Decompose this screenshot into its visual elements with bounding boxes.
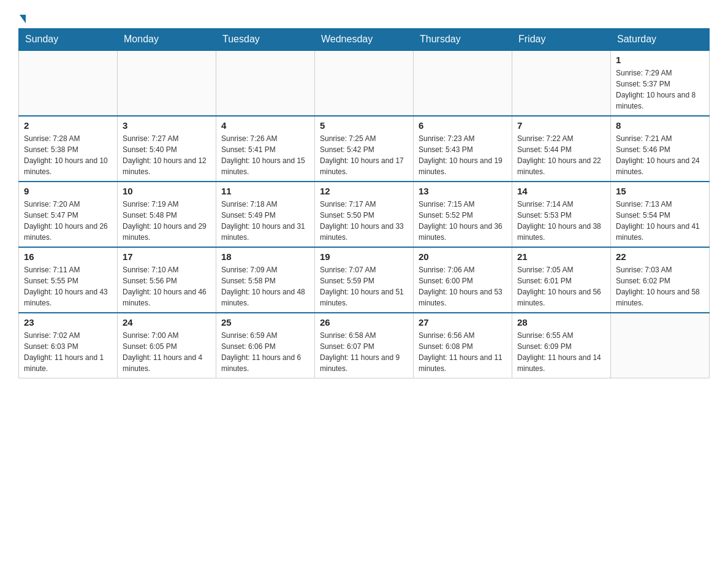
calendar-cell: [19, 50, 118, 116]
day-info: Sunrise: 7:19 AM Sunset: 5:48 PM Dayligh…: [123, 199, 211, 243]
calendar-cell: 17Sunrise: 7:10 AM Sunset: 5:56 PM Dayli…: [118, 247, 216, 313]
day-info: Sunrise: 6:56 AM Sunset: 6:08 PM Dayligh…: [419, 330, 507, 374]
day-info: Sunrise: 7:06 AM Sunset: 6:00 PM Dayligh…: [419, 264, 507, 308]
calendar-week-row: 23Sunrise: 7:02 AM Sunset: 6:03 PM Dayli…: [19, 313, 710, 378]
day-number: 19: [320, 251, 408, 262]
day-info: Sunrise: 7:03 AM Sunset: 6:02 PM Dayligh…: [616, 264, 704, 308]
day-number: 27: [419, 317, 507, 327]
day-info: Sunrise: 7:26 AM Sunset: 5:41 PM Dayligh…: [221, 133, 309, 177]
day-number: 20: [419, 251, 507, 262]
day-info: Sunrise: 6:55 AM Sunset: 6:09 PM Dayligh…: [517, 330, 605, 374]
calendar-cell: 12Sunrise: 7:17 AM Sunset: 5:50 PM Dayli…: [315, 182, 414, 247]
calendar-week-row: 2Sunrise: 7:28 AM Sunset: 5:38 PM Daylig…: [19, 116, 710, 182]
calendar-cell: 18Sunrise: 7:09 AM Sunset: 5:58 PM Dayli…: [216, 247, 315, 313]
page-header: [18, 12, 710, 22]
day-number: 12: [320, 186, 408, 196]
day-info: Sunrise: 7:13 AM Sunset: 5:54 PM Dayligh…: [616, 199, 704, 243]
day-number: 8: [616, 120, 704, 131]
calendar-cell: 2Sunrise: 7:28 AM Sunset: 5:38 PM Daylig…: [19, 116, 118, 182]
day-of-week-header: Thursday: [414, 29, 512, 51]
calendar-cell: 5Sunrise: 7:25 AM Sunset: 5:42 PM Daylig…: [315, 116, 414, 182]
day-info: Sunrise: 7:29 AM Sunset: 5:37 PM Dayligh…: [616, 67, 704, 112]
calendar-cell: 14Sunrise: 7:14 AM Sunset: 5:53 PM Dayli…: [512, 182, 611, 247]
calendar-cell: 27Sunrise: 6:56 AM Sunset: 6:08 PM Dayli…: [414, 313, 512, 378]
calendar-cell: 23Sunrise: 7:02 AM Sunset: 6:03 PM Dayli…: [19, 313, 118, 378]
day-number: 24: [123, 317, 211, 327]
calendar-cell: 25Sunrise: 6:59 AM Sunset: 6:06 PM Dayli…: [216, 313, 315, 378]
day-info: Sunrise: 7:02 AM Sunset: 6:03 PM Dayligh…: [24, 330, 112, 374]
day-number: 21: [517, 251, 605, 262]
day-number: 23: [24, 317, 112, 327]
day-info: Sunrise: 7:10 AM Sunset: 5:56 PM Dayligh…: [123, 264, 211, 308]
day-number: 6: [419, 120, 507, 131]
calendar-week-row: 16Sunrise: 7:11 AM Sunset: 5:55 PM Dayli…: [19, 247, 710, 313]
calendar-cell: [414, 50, 512, 116]
calendar-cell: 19Sunrise: 7:07 AM Sunset: 5:59 PM Dayli…: [315, 247, 414, 313]
day-number: 17: [123, 251, 211, 262]
calendar-cell: 15Sunrise: 7:13 AM Sunset: 5:54 PM Dayli…: [611, 182, 710, 247]
calendar-cell: 26Sunrise: 6:58 AM Sunset: 6:07 PM Dayli…: [315, 313, 414, 378]
calendar-week-row: 1Sunrise: 7:29 AM Sunset: 5:37 PM Daylig…: [19, 50, 710, 116]
logo: [18, 12, 26, 22]
day-info: Sunrise: 7:17 AM Sunset: 5:50 PM Dayligh…: [320, 199, 408, 243]
calendar-cell: 24Sunrise: 7:00 AM Sunset: 6:05 PM Dayli…: [118, 313, 216, 378]
day-number: 16: [24, 251, 112, 262]
calendar-cell: [118, 50, 216, 116]
calendar-header-row: SundayMondayTuesdayWednesdayThursdayFrid…: [19, 29, 710, 51]
day-number: 18: [221, 251, 309, 262]
calendar-cell: 9Sunrise: 7:20 AM Sunset: 5:47 PM Daylig…: [19, 182, 118, 247]
calendar-cell: 6Sunrise: 7:23 AM Sunset: 5:43 PM Daylig…: [414, 116, 512, 182]
day-of-week-header: Monday: [118, 29, 216, 51]
logo-arrow-icon: [20, 15, 26, 23]
day-number: 5: [320, 120, 408, 131]
day-of-week-header: Wednesday: [315, 29, 414, 51]
day-number: 11: [221, 186, 309, 196]
calendar-cell: 16Sunrise: 7:11 AM Sunset: 5:55 PM Dayli…: [19, 247, 118, 313]
day-info: Sunrise: 7:23 AM Sunset: 5:43 PM Dayligh…: [419, 133, 507, 177]
day-number: 15: [616, 186, 704, 196]
calendar-week-row: 9Sunrise: 7:20 AM Sunset: 5:47 PM Daylig…: [19, 182, 710, 247]
day-info: Sunrise: 7:28 AM Sunset: 5:38 PM Dayligh…: [24, 133, 112, 177]
day-of-week-header: Sunday: [19, 29, 118, 51]
day-number: 1: [616, 55, 704, 65]
calendar-cell: [611, 313, 710, 378]
calendar-cell: [512, 50, 611, 116]
calendar-cell: 11Sunrise: 7:18 AM Sunset: 5:49 PM Dayli…: [216, 182, 315, 247]
calendar-cell: 10Sunrise: 7:19 AM Sunset: 5:48 PM Dayli…: [118, 182, 216, 247]
calendar-cell: [216, 50, 315, 116]
day-info: Sunrise: 7:05 AM Sunset: 6:01 PM Dayligh…: [517, 264, 605, 308]
calendar-cell: 7Sunrise: 7:22 AM Sunset: 5:44 PM Daylig…: [512, 116, 611, 182]
calendar-cell: 4Sunrise: 7:26 AM Sunset: 5:41 PM Daylig…: [216, 116, 315, 182]
day-number: 10: [123, 186, 211, 196]
day-info: Sunrise: 6:59 AM Sunset: 6:06 PM Dayligh…: [221, 330, 309, 374]
calendar-cell: 22Sunrise: 7:03 AM Sunset: 6:02 PM Dayli…: [611, 247, 710, 313]
day-info: Sunrise: 7:27 AM Sunset: 5:40 PM Dayligh…: [123, 133, 211, 177]
day-of-week-header: Friday: [512, 29, 611, 51]
calendar-cell: 8Sunrise: 7:21 AM Sunset: 5:46 PM Daylig…: [611, 116, 710, 182]
day-number: 25: [221, 317, 309, 327]
day-number: 9: [24, 186, 112, 196]
day-info: Sunrise: 7:09 AM Sunset: 5:58 PM Dayligh…: [221, 264, 309, 308]
day-number: 7: [517, 120, 605, 131]
calendar-cell: [315, 50, 414, 116]
calendar-cell: 20Sunrise: 7:06 AM Sunset: 6:00 PM Dayli…: [414, 247, 512, 313]
day-of-week-header: Tuesday: [216, 29, 315, 51]
day-info: Sunrise: 7:00 AM Sunset: 6:05 PM Dayligh…: [123, 330, 211, 374]
calendar-cell: 1Sunrise: 7:29 AM Sunset: 5:37 PM Daylig…: [611, 50, 710, 116]
calendar-cell: 28Sunrise: 6:55 AM Sunset: 6:09 PM Dayli…: [512, 313, 611, 378]
day-number: 2: [24, 120, 112, 131]
day-info: Sunrise: 7:21 AM Sunset: 5:46 PM Dayligh…: [616, 133, 704, 177]
calendar-table: SundayMondayTuesdayWednesdayThursdayFrid…: [18, 28, 710, 378]
day-info: Sunrise: 6:58 AM Sunset: 6:07 PM Dayligh…: [320, 330, 408, 374]
day-info: Sunrise: 7:11 AM Sunset: 5:55 PM Dayligh…: [24, 264, 112, 308]
day-info: Sunrise: 7:25 AM Sunset: 5:42 PM Dayligh…: [320, 133, 408, 177]
calendar-cell: 13Sunrise: 7:15 AM Sunset: 5:52 PM Dayli…: [414, 182, 512, 247]
day-number: 22: [616, 251, 704, 262]
day-of-week-header: Saturday: [611, 29, 710, 51]
day-number: 3: [123, 120, 211, 131]
day-info: Sunrise: 7:20 AM Sunset: 5:47 PM Dayligh…: [24, 199, 112, 243]
day-info: Sunrise: 7:07 AM Sunset: 5:59 PM Dayligh…: [320, 264, 408, 308]
day-number: 14: [517, 186, 605, 196]
calendar-cell: 3Sunrise: 7:27 AM Sunset: 5:40 PM Daylig…: [118, 116, 216, 182]
day-number: 4: [221, 120, 309, 131]
